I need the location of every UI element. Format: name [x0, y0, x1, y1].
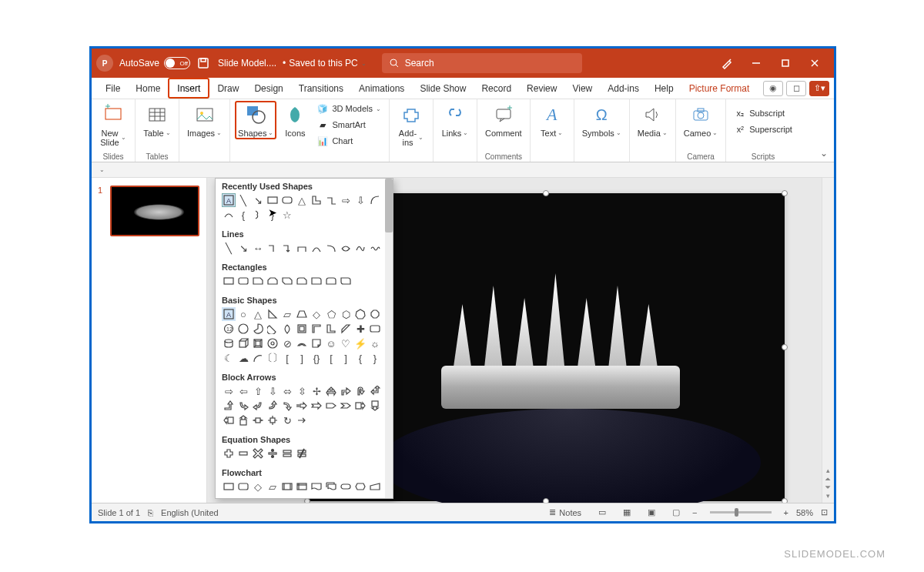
icons-button[interactable]: Icons [278, 101, 312, 139]
shape-heart[interactable]: ♡ [339, 336, 353, 350]
shape-curved-double[interactable] [339, 241, 353, 255]
links-button[interactable]: Links⌄ [438, 101, 472, 139]
shape-right-bracket[interactable]: ] [295, 351, 309, 365]
shape-round-single[interactable] [310, 274, 323, 288]
shape-sun[interactable]: ☼ [368, 336, 382, 350]
shape-arrow-curved-down[interactable] [280, 399, 294, 413]
notes-button[interactable]: ≣Notes [544, 503, 586, 521]
shape-textbox[interactable]: A [222, 193, 236, 207]
table-button[interactable]: Table⌄ [140, 101, 174, 139]
shape-right-triangle[interactable] [266, 307, 280, 321]
shape-dodecagon[interactable] [236, 322, 250, 336]
shape-minus[interactable] [236, 447, 250, 460]
shape-double-bracket[interactable]: 〔〕 [266, 351, 280, 365]
shape-arrow-pentagon[interactable] [324, 399, 338, 413]
shape-block-arc[interactable] [295, 336, 309, 350]
shape-half-frame[interactable] [310, 322, 323, 336]
shape-plaque[interactable] [368, 322, 382, 336]
accessibility-icon[interactable]: ⎘ [148, 508, 153, 517]
shape-arrow-updown[interactable]: ⇳ [295, 384, 309, 398]
tab-home[interactable]: Home [128, 78, 168, 99]
shape-divide[interactable] [266, 447, 280, 460]
tab-view[interactable]: View [564, 78, 600, 99]
shape-rect[interactable] [222, 274, 236, 288]
selection-handle[interactable] [543, 498, 549, 503]
shape-decision[interactable]: ◇ [251, 480, 265, 493]
sorter-view-icon[interactable]: ▦ [618, 506, 635, 520]
shape-arrow-bentup[interactable] [222, 399, 236, 413]
tab-transitions[interactable]: Transitions [291, 78, 351, 99]
shape-arrow-striped[interactable] [295, 399, 309, 413]
shape-arrow-down[interactable]: ⇩ [266, 384, 280, 398]
dropdown-scrollbar[interactable] [385, 179, 393, 498]
shape-arrow-notched[interactable] [310, 399, 323, 413]
selection-handle[interactable] [782, 344, 788, 350]
shape-arrow-circular[interactable]: ↻ [280, 413, 294, 427]
shape-oval[interactable]: ○ [236, 307, 250, 321]
media-button[interactable]: Media⌄ [634, 101, 671, 139]
shape-arrow-up[interactable]: ⇧ [251, 384, 265, 398]
shape-double-brace[interactable]: {} [310, 351, 323, 365]
normal-view-icon[interactable]: ▭ [594, 506, 611, 520]
shape-snip-round[interactable] [295, 274, 309, 288]
pen-icon[interactable] [712, 49, 742, 78]
shape-predefined[interactable] [280, 480, 294, 493]
tab-slideshow[interactable]: Slide Show [412, 78, 474, 99]
shape-arrow-curved-left[interactable] [251, 399, 265, 413]
tab-animations[interactable]: Animations [351, 78, 412, 99]
addins-button[interactable]: Add- ins⌄ [394, 101, 428, 149]
symbols-button[interactable]: Ω Symbols⌄ [579, 101, 624, 139]
shape-snip-diag[interactable] [280, 274, 294, 288]
shape-elbow-connector[interactable] [324, 193, 338, 207]
shape-arrow[interactable] [295, 413, 309, 427]
shape-triangle[interactable]: △ [295, 193, 309, 207]
shape-diag-stripe[interactable] [339, 322, 353, 336]
shape-scribble[interactable] [368, 241, 382, 255]
shape-alt-process[interactable] [236, 480, 250, 493]
selection-handle[interactable] [543, 190, 549, 196]
filename[interactable]: Slide Model.... [218, 58, 276, 69]
shape-lightning[interactable]: ⚡ [353, 336, 367, 350]
close-button[interactable] [800, 49, 829, 78]
shape-snip-same[interactable] [266, 274, 280, 288]
text-button[interactable]: A Text⌄ [535, 101, 569, 139]
shape-cloud[interactable]: ☁ [236, 351, 250, 365]
shape-moon[interactable]: ☾ [222, 351, 236, 365]
tab-addins[interactable]: Add-ins [600, 78, 647, 99]
shape-arc[interactable] [368, 193, 382, 207]
shape-double-arrow[interactable]: ↔ [251, 241, 265, 255]
shape-arrow-quad[interactable]: ✢ [310, 384, 323, 398]
shape-manual-input[interactable] [368, 480, 382, 493]
shape-curve[interactable] [222, 208, 236, 222]
shape-round-diag[interactable] [339, 274, 353, 288]
slide-count[interactable]: Slide 1 of 1 [98, 508, 140, 517]
shape-curved-connector[interactable] [310, 241, 323, 255]
shape-arrow-callout-up[interactable] [236, 413, 250, 427]
shape-decagon[interactable]: 12 [222, 322, 236, 336]
shape-folded-corner[interactable] [310, 336, 323, 350]
shape-elbow[interactable] [266, 241, 280, 255]
shape-left-bracket[interactable]: [ [280, 351, 294, 365]
shape-pie[interactable] [251, 322, 265, 336]
shape-arrow-leftright[interactable]: ⬄ [280, 384, 294, 398]
shape-arrow-left[interactable]: ⇦ [236, 384, 250, 398]
shape-internal-storage[interactable] [295, 480, 309, 493]
zoom-pct[interactable]: 58% [796, 508, 813, 517]
shape-can[interactable] [222, 336, 236, 350]
shape-down-arrow[interactable]: ⇩ [353, 193, 367, 207]
tab-file[interactable]: File [98, 78, 128, 99]
shape-octagon[interactable] [368, 307, 382, 321]
tab-record[interactable]: Record [474, 78, 519, 99]
shape-multiply[interactable] [251, 447, 265, 460]
next-slide-double-icon[interactable]: ⏷ [825, 483, 832, 491]
tab-design[interactable]: Design [246, 78, 290, 99]
shape-l-shape[interactable] [310, 193, 323, 207]
shape-cross[interactable]: ✚ [353, 322, 367, 336]
shape-line-arrow[interactable]: ↘ [251, 193, 265, 207]
shape-preparation[interactable] [353, 480, 367, 493]
shape-data[interactable]: ▱ [266, 480, 280, 493]
shape-snip-single[interactable] [251, 274, 265, 288]
zoom-slider[interactable] [710, 511, 772, 513]
shape-cube[interactable] [236, 336, 250, 350]
zoom-in-icon[interactable]: + [784, 508, 788, 517]
